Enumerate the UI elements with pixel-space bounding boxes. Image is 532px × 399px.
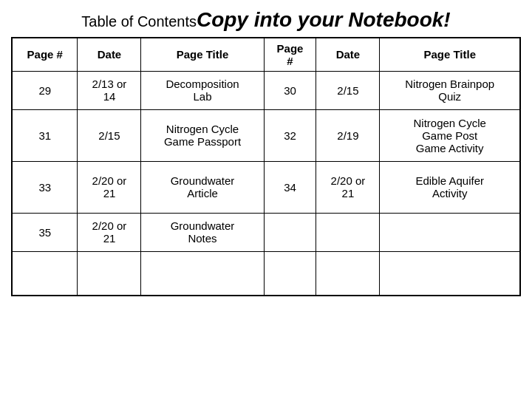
cell-date-right xyxy=(316,251,380,296)
cell-date-left xyxy=(78,251,141,296)
cell-title-left: GroundwaterNotes xyxy=(141,213,264,251)
table-row: 332/20 or21GroundwaterArticle342/20 or21… xyxy=(12,161,520,213)
cell-date-right: 2/15 xyxy=(316,71,380,109)
col-header-date-right: Date xyxy=(316,38,380,72)
cell-date-left: 2/20 or21 xyxy=(78,161,141,213)
cell-title-right: Nitrogen CycleGame PostGame Activity xyxy=(380,109,520,161)
cell-title-right: Nitrogen BrainpopQuiz xyxy=(380,71,520,109)
cell-title-left: Nitrogen CycleGame Passport xyxy=(141,109,264,161)
table-row: 292/13 or14DecompositionLab302/15Nitroge… xyxy=(12,71,520,109)
col-header-page-right: Page# xyxy=(264,38,316,72)
cell-page-right xyxy=(264,213,316,251)
cell-date-left: 2/13 or14 xyxy=(78,71,141,109)
copy-label: Copy into your Notebook! xyxy=(197,8,451,31)
cell-page-left: 31 xyxy=(12,109,78,161)
page-header: Table of ContentsCopy into your Notebook… xyxy=(11,7,521,33)
table-row: 352/20 or21GroundwaterNotes xyxy=(12,213,520,251)
cell-page-left: 35 xyxy=(12,213,78,251)
header-row: Page # Date Page Title Page# Date Page T… xyxy=(12,38,520,72)
cell-date-right: 2/20 or21 xyxy=(316,161,380,213)
col-header-date-left: Date xyxy=(78,38,141,72)
cell-title-left xyxy=(141,251,264,296)
cell-page-left xyxy=(12,251,78,296)
table-row xyxy=(12,251,520,296)
cell-title-right xyxy=(380,251,520,296)
cell-page-right xyxy=(264,251,316,296)
cell-date-left: 2/20 or21 xyxy=(78,213,141,251)
cell-title-right xyxy=(380,213,520,251)
cell-page-right: 32 xyxy=(264,109,316,161)
col-header-title-left: Page Title xyxy=(141,38,264,72)
cell-title-left: DecompositionLab xyxy=(141,71,264,109)
col-header-page-left: Page # xyxy=(12,38,78,72)
cell-title-left: GroundwaterArticle xyxy=(141,161,264,213)
cell-date-right: 2/19 xyxy=(316,109,380,161)
cell-page-left: 33 xyxy=(12,161,78,213)
cell-date-right xyxy=(316,213,380,251)
cell-page-right: 34 xyxy=(264,161,316,213)
contents-table: Page # Date Page Title Page# Date Page T… xyxy=(11,37,521,297)
cell-date-left: 2/15 xyxy=(78,109,141,161)
cell-page-right: 30 xyxy=(264,71,316,109)
col-header-title-right: Page Title xyxy=(380,38,520,72)
cell-page-left: 29 xyxy=(12,71,78,109)
table-row: 312/15Nitrogen CycleGame Passport322/19N… xyxy=(12,109,520,161)
toc-label: Table of Contents xyxy=(81,13,197,30)
cell-title-right: Edible AquiferActivity xyxy=(380,161,520,213)
